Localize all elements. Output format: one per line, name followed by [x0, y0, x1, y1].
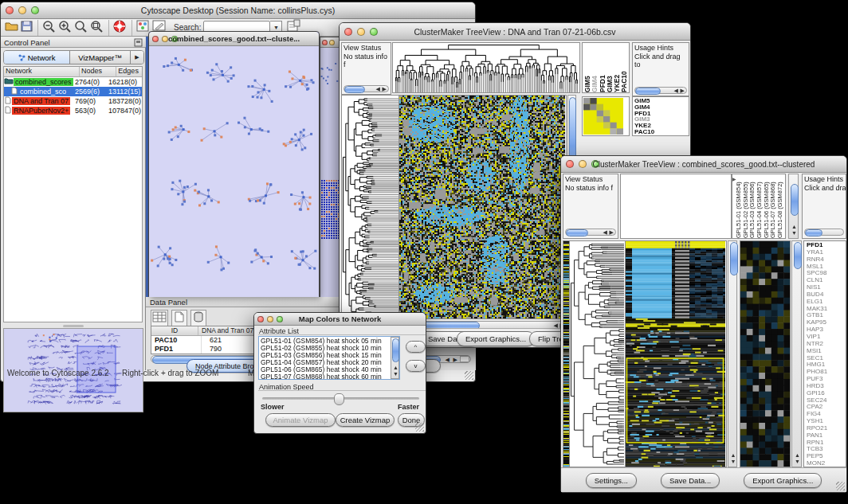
- usage-hints-scrollbar[interactable]: [804, 229, 844, 236]
- view-status-text: No status info f: [565, 184, 613, 192]
- view-status-text: No status info f: [344, 53, 387, 69]
- resize-grip[interactable]: [836, 482, 845, 490]
- tv2-row-dendrogram[interactable]: [570, 240, 626, 467]
- array-column-label[interactable]: GPL51-04 (GSM857): [756, 174, 764, 238]
- array-column-label[interactable]: GPL51-01 (GSM854): [736, 174, 743, 238]
- delete-attribute-icon[interactable]: [190, 310, 206, 327]
- view-status-scrollbar[interactable]: ◀▶: [344, 85, 389, 92]
- tv1-usage-hints-panel: Usage HintsClick and drag to ◀▶: [632, 42, 689, 96]
- mini-row-label[interactable]: PAC10: [634, 129, 689, 135]
- array-column-label[interactable]: GPL51-07 (GSM868): [770, 174, 777, 238]
- background-network-canvas[interactable]: [320, 48, 340, 297]
- tv2-overview-strip[interactable]: [563, 240, 570, 467]
- treeview2-titlebar[interactable]: ClusterMaker TreeView : combined_scores_…: [561, 156, 846, 173]
- network-canvas[interactable]: [149, 46, 319, 297]
- row-id: PFD1: [151, 345, 202, 354]
- array-column-label[interactable]: PAC10: [621, 43, 628, 92]
- network-list-row[interactable]: combined_scores2764(0)16218(0): [4, 77, 142, 87]
- tv1-mini-heatmap-panel[interactable]: [582, 96, 630, 136]
- network-list-row[interactable]: RNAPuberNov2+563(0)107847(0): [4, 106, 142, 115]
- tv2-zoom-panel[interactable]: [740, 240, 791, 467]
- new-attribute-icon[interactable]: [171, 310, 187, 327]
- tv2-gene-scrollbar[interactable]: ▲▼: [791, 240, 802, 467]
- array-column-label[interactable]: PFD1: [599, 43, 607, 92]
- control-panel: Network VizMapper™ ▶ Network Nodes Edges…: [1, 48, 146, 370]
- help-lifering-icon[interactable]: [112, 19, 128, 37]
- row-id: PAC10: [151, 336, 202, 345]
- dialog-titlebar[interactable]: Map Colors to Network: [254, 313, 426, 326]
- zoom-in-icon[interactable]: [57, 19, 73, 37]
- network-edges: 13112(15): [108, 88, 142, 96]
- usage-hints-scrollbar[interactable]: ◀▶: [634, 87, 687, 94]
- animate-vizmapbutton[interactable]: Animate Vizmap: [265, 413, 336, 427]
- col-network[interactable]: Network: [4, 67, 80, 76]
- zoom-fit-icon[interactable]: [73, 19, 89, 37]
- move-up-button[interactable]: ^: [406, 341, 426, 353]
- attribute-list-item[interactable]: GPL51-07 (GSM868) heat shock 60 min: [261, 373, 398, 380]
- gene-label[interactable]: MON2: [807, 460, 846, 467]
- tv2-column-tree-area[interactable]: [620, 174, 732, 239]
- network-edges: 16218(0): [108, 78, 142, 86]
- export-graphics-button[interactable]: Export Graphics...: [457, 331, 535, 346]
- faster-label: Faster: [398, 403, 419, 411]
- resize-grip[interactable]: [465, 371, 473, 380]
- array-column-label[interactable]: GPL51-08 (GSM872): [777, 174, 784, 238]
- move-down-button[interactable]: v: [406, 360, 426, 372]
- tv2-vscrollbar[interactable]: ▲▼: [728, 240, 737, 467]
- select-attributes-icon[interactable]: [151, 310, 168, 327]
- tv2-heatmap[interactable]: [626, 240, 727, 467]
- col-edges[interactable]: Edges: [116, 67, 142, 76]
- save-data-button[interactable]: Save Data...: [661, 473, 720, 488]
- zoom-selected-icon[interactable]: [89, 19, 105, 37]
- minimize-icon[interactable]: [329, 40, 335, 45]
- panel-splitter[interactable]: [3, 324, 143, 327]
- tv1-heatmap[interactable]: [399, 95, 567, 319]
- file-icon: [4, 96, 12, 106]
- array-column-label[interactable]: GPL51-03 (GSM856): [749, 174, 756, 238]
- usage-hints-text: Click and drag to: [634, 53, 681, 69]
- network-list-row[interactable]: combined_sco2569(6)13112(15): [4, 87, 142, 96]
- tab-network-label: Network: [28, 53, 56, 62]
- resize-grip[interactable]: [415, 423, 424, 432]
- network-list-row[interactable]: DNA and Tran 07769(0)183728(0): [4, 96, 142, 106]
- zoom-out-icon[interactable]: [41, 19, 57, 37]
- tv1-column-dendrogram[interactable]: [392, 42, 580, 93]
- control-panel-title: Control Panel: [4, 38, 50, 47]
- create-vizmapbutton[interactable]: Create Vizmap: [336, 413, 395, 427]
- tab-vizmapper[interactable]: VizMapper™: [70, 51, 131, 64]
- status-hint-zoom: Right-click + drag to ZOOM: [122, 369, 218, 377]
- network-name: combined_sco: [18, 88, 68, 96]
- array-column-label[interactable]: GIM5: [584, 43, 591, 92]
- tv2-view-status-panel: View StatusNo status info f ◀▶: [563, 174, 618, 239]
- settings-button[interactable]: Settings...: [586, 473, 637, 488]
- speed-slider-thumb[interactable]: [334, 393, 344, 405]
- main-window-title: Cytoscape Desktop (Session Name: collins…: [1, 6, 475, 15]
- attribute-list-scrollbar[interactable]: ▲▼: [391, 337, 399, 379]
- treeview1-titlebar[interactable]: ClusterMaker TreeView : DNA and Tran 07-…: [340, 23, 690, 41]
- view-status-title: View Status: [565, 175, 616, 184]
- export-graphics-button[interactable]: Export Graphics...: [744, 473, 822, 488]
- close-icon[interactable]: [322, 40, 328, 45]
- tabs-overflow-button[interactable]: ▶: [131, 51, 143, 64]
- tv2-collabel-scrollbar[interactable]: ▲▼: [788, 174, 799, 239]
- network-nodes: 563(0): [75, 107, 108, 115]
- network-view-title: combined_scores_good.txt--cluste...: [149, 34, 319, 43]
- array-column-label[interactable]: GIM4: [591, 43, 599, 92]
- id-column-header[interactable]: ID: [151, 326, 198, 335]
- dialog-title: Map Colors to Network: [254, 315, 426, 323]
- array-column-label[interactable]: GIM3: [607, 43, 614, 92]
- save-icon[interactable]: [20, 20, 34, 36]
- attribute-listbox[interactable]: GPL51-01 (GSM854) heat shock 05 minGPL51…: [258, 336, 400, 380]
- scroll-right-icon[interactable]: ▶: [453, 357, 457, 363]
- tv1-mini-labels-panel: GIM5GIM4PFD1GIM3YKE2PAC10: [632, 96, 689, 136]
- network-edges: 183728(0): [108, 97, 142, 105]
- network-view-titlebar[interactable]: combined_scores_good.txt--cluste...: [149, 32, 319, 46]
- open-file-icon[interactable]: [4, 20, 20, 36]
- main-titlebar[interactable]: Cytoscape Desktop (Session Name: collins…: [1, 2, 475, 19]
- scroll-left-icon[interactable]: ◀: [446, 357, 450, 363]
- view-status-scrollbar[interactable]: ◀▶: [565, 229, 616, 236]
- tab-network[interactable]: Network: [4, 51, 70, 64]
- background-network-window[interactable]: [320, 37, 341, 297]
- col-nodes[interactable]: Nodes: [80, 67, 116, 76]
- tv1-row-dendrogram[interactable]: [341, 95, 399, 319]
